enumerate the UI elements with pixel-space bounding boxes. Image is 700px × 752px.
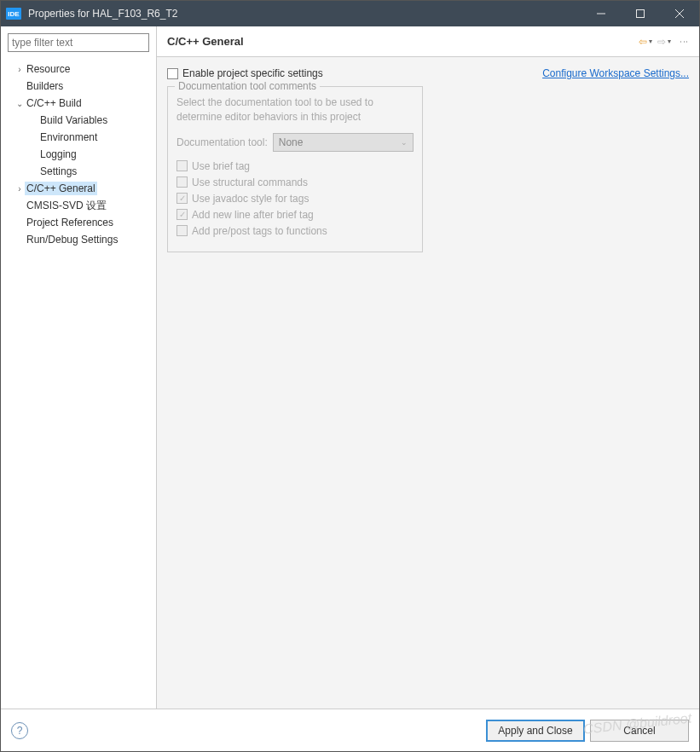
view-menu-icon[interactable]: ⋮ bbox=[680, 38, 689, 45]
tree-item[interactable]: Environment bbox=[1, 129, 156, 146]
filter-box bbox=[8, 33, 149, 52]
checkbox-icon bbox=[176, 225, 188, 236]
close-button[interactable] bbox=[660, 1, 699, 26]
tree-item[interactable]: Logging bbox=[1, 146, 156, 163]
minimize-button[interactable] bbox=[581, 1, 621, 26]
nav-back-button[interactable]: ⇦▾ bbox=[639, 36, 652, 48]
tree-item[interactable]: Build Variables bbox=[1, 112, 156, 129]
tree-item-label: Settings bbox=[38, 165, 78, 178]
tree-item-label: Project References bbox=[25, 216, 115, 229]
tree-item-label: Logging bbox=[38, 148, 78, 161]
option-label: Use brief tag bbox=[192, 160, 250, 172]
nav-tree: ›ResourceBuilders⌄C/C++ BuildBuild Varia… bbox=[1, 59, 156, 250]
configure-workspace-link[interactable]: Configure Workspace Settings... bbox=[542, 67, 689, 79]
checkbox-icon bbox=[176, 209, 188, 220]
doc-tool-select[interactable]: None ⌄ bbox=[273, 133, 414, 152]
tree-item-label: Builders bbox=[25, 79, 65, 93]
svg-rect-1 bbox=[637, 10, 645, 18]
tree-item[interactable]: Settings bbox=[1, 163, 156, 180]
chevron-down-icon: ⌄ bbox=[401, 138, 408, 147]
maximize-button[interactable] bbox=[621, 1, 660, 26]
content-body: Enable project specific settings Configu… bbox=[157, 57, 699, 709]
tree-item[interactable]: CMSIS-SVD 设置 bbox=[1, 197, 156, 214]
tree-item[interactable]: ›C/C++ General bbox=[1, 180, 156, 197]
tree-item[interactable]: Builders bbox=[1, 78, 156, 95]
checkbox-icon bbox=[176, 193, 188, 204]
expand-icon: › bbox=[14, 65, 25, 74]
tree-item-label: Environment bbox=[38, 130, 99, 144]
ide-icon: IDE bbox=[6, 8, 21, 20]
tree-item[interactable]: ›Resource bbox=[1, 61, 156, 78]
tree-item-label: Run/Debug Settings bbox=[25, 233, 119, 246]
cancel-button[interactable]: Cancel bbox=[590, 720, 689, 742]
tree-item-label: CMSIS-SVD 设置 bbox=[25, 198, 108, 214]
filter-input[interactable] bbox=[8, 33, 149, 52]
tree-item-label: Build Variables bbox=[38, 113, 109, 127]
enable-project-specific-checkbox[interactable]: Enable project specific settings bbox=[167, 67, 323, 79]
tree-item-label: C/C++ General bbox=[25, 182, 97, 195]
option-label: Use javadoc style for tags bbox=[192, 193, 309, 205]
expand-icon: › bbox=[14, 184, 25, 194]
doc-tool-group: Documentation tool comments Select the d… bbox=[167, 86, 423, 252]
page-title: C/C++ General bbox=[167, 35, 633, 48]
option-label: Add pre/post tags to functions bbox=[192, 225, 327, 237]
checkbox-icon bbox=[167, 68, 178, 79]
doc-tool-label: Documentation tool: bbox=[176, 136, 268, 148]
help-icon[interactable]: ? bbox=[11, 722, 28, 739]
option-checkbox[interactable]: Use brief tag bbox=[176, 160, 414, 172]
checkbox-icon bbox=[176, 176, 188, 188]
option-label: Add new line after brief tag bbox=[192, 209, 314, 221]
expand-icon: ⌄ bbox=[14, 99, 25, 108]
window-title: Properties for HAL_F103_R6_T2 bbox=[28, 8, 581, 20]
option-label: Use structural commands bbox=[192, 176, 308, 188]
content-header: C/C++ General ⇦▾ ⇨▾ ⋮ bbox=[157, 26, 699, 57]
group-title: Documentation tool comments bbox=[175, 80, 320, 92]
option-checkbox[interactable]: Add new line after brief tag bbox=[176, 209, 414, 221]
tree-item-label: C/C++ Build bbox=[25, 96, 84, 110]
sidebar: ›ResourceBuilders⌄C/C++ BuildBuild Varia… bbox=[1, 26, 157, 709]
checkbox-icon bbox=[176, 160, 188, 171]
group-description: Select the documentation tool to be used… bbox=[176, 95, 414, 124]
tree-item-label: Resource bbox=[25, 62, 72, 76]
apply-and-close-button[interactable]: Apply and Close bbox=[486, 720, 585, 742]
tree-item[interactable]: Project References bbox=[1, 214, 156, 231]
dialog-footer: ? Apply and Close Cancel bbox=[1, 709, 699, 751]
tree-item[interactable]: ⌄C/C++ Build bbox=[1, 95, 156, 112]
titlebar: IDE Properties for HAL_F103_R6_T2 bbox=[1, 1, 699, 26]
content-pane: C/C++ General ⇦▾ ⇨▾ ⋮ Enable project spe… bbox=[157, 26, 699, 709]
enable-label: Enable project specific settings bbox=[182, 67, 323, 79]
doc-tool-value: None bbox=[279, 136, 304, 148]
tree-item[interactable]: Run/Debug Settings bbox=[1, 231, 156, 248]
option-checkbox[interactable]: Use structural commands bbox=[176, 176, 414, 188]
option-checkbox[interactable]: Use javadoc style for tags bbox=[176, 193, 414, 205]
option-checkbox[interactable]: Add pre/post tags to functions bbox=[176, 225, 414, 237]
nav-forward-button[interactable]: ⇨▾ bbox=[657, 36, 671, 48]
